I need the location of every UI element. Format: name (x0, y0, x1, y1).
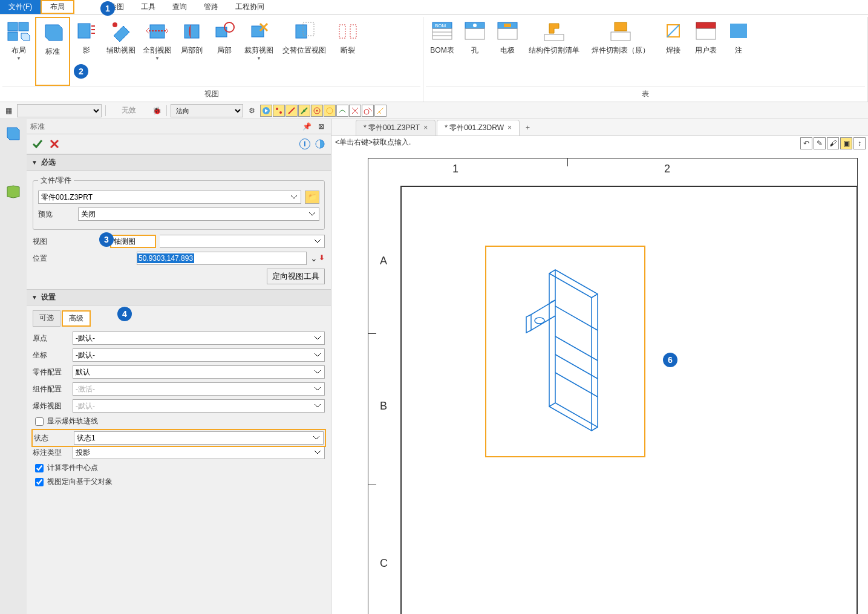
ribbon-bom[interactable]: BOM BOM表 (426, 17, 458, 86)
part-file-select[interactable]: 零件001.Z3PRT (38, 191, 301, 204)
svg-point-33 (279, 111, 282, 114)
ribbon-usertable[interactable]: 用户表 (690, 17, 722, 86)
snap-int-icon[interactable] (349, 105, 361, 117)
block-icon[interactable]: ▣ (840, 137, 852, 149)
gear-icon[interactable]: ⚙ (246, 105, 258, 117)
ribbon-layout[interactable]: 布局 ▼ (2, 17, 35, 86)
origin-select[interactable]: -默认- (73, 331, 325, 345)
expand-icon[interactable]: ⌄ (310, 253, 318, 263)
ribbon-electrode[interactable]: 电极 (491, 17, 524, 86)
ribbon-crop[interactable]: 裁剪视图 ▼ (241, 17, 277, 86)
state-select[interactable]: 状态1 (74, 431, 324, 445)
snap-quad-icon[interactable] (324, 105, 336, 117)
snap-point-icon[interactable] (273, 105, 285, 117)
view-input[interactable] (110, 235, 156, 248)
menu-layout[interactable]: 布局 (41, 0, 74, 14)
info-icon[interactable]: i (299, 139, 310, 149)
menu-piping[interactable]: 管路 (195, 0, 227, 14)
coord-select[interactable]: -默认- (73, 348, 325, 362)
ribbon-weldcut[interactable]: 焊件切割表（原） (584, 17, 657, 86)
bug-icon[interactable]: 🐞 (151, 105, 163, 117)
canvas-hint: <单击右键>获取点输入. (335, 137, 411, 148)
ok-icon[interactable] (30, 137, 45, 151)
part-config-select[interactable]: 默认 (73, 365, 325, 379)
menu-tools[interactable]: 工具 (132, 0, 164, 14)
orient-parent-checkbox[interactable] (35, 478, 44, 486)
panel-tab-book-icon[interactable] (2, 181, 24, 203)
invalid-label: 无效 (109, 105, 148, 116)
pencil-icon[interactable]: ✎ (814, 137, 826, 149)
browse-folder-button[interactable]: 📁 (305, 191, 319, 204)
preview-select[interactable]: 关闭 (78, 207, 319, 221)
pin-icon[interactable]: 📌 (301, 120, 313, 132)
section-required[interactable]: ▼ 必选 (27, 154, 331, 171)
ribbon-altpos[interactable]: 交替位置视图 (277, 17, 331, 86)
canvas-area[interactable]: <单击右键>获取点输入. ↶ ✎ 🖌 ▣ ↕ 1 2 A B C (331, 136, 868, 614)
svg-rect-30 (730, 24, 747, 38)
menu-collab[interactable]: 工程协同 (227, 0, 273, 14)
brush-icon[interactable]: 🖌 (827, 137, 839, 149)
filter-combo[interactable] (17, 104, 102, 117)
svg-rect-1 (19, 22, 28, 31)
snap-center-icon[interactable] (311, 105, 323, 117)
snap-perp-icon[interactable] (374, 105, 387, 117)
show-trace-checkbox[interactable] (35, 417, 44, 426)
ribbon-weldlist[interactable]: 结构件切割清单 (524, 17, 584, 86)
undo-view-icon[interactable]: ↶ (800, 137, 812, 149)
view-label: 视图 (33, 237, 69, 247)
ribbon-auxview[interactable]: 辅助视图 (103, 17, 139, 86)
svg-point-4 (113, 22, 117, 27)
view-select-ext[interactable] (160, 235, 325, 248)
ribbon-local[interactable]: 局部 (208, 17, 241, 86)
panel-tab-sheet-icon[interactable] (2, 123, 24, 145)
asm-config-select[interactable]: -激活- (73, 382, 325, 396)
filter-icon[interactable]: ▦ (2, 105, 15, 117)
menu-file[interactable]: 文件(F) (0, 0, 41, 14)
direction-combo[interactable]: 法向 (171, 104, 243, 117)
snap-tan-icon[interactable] (362, 105, 374, 117)
drawing-sheet: 1 2 A B C 6 (368, 158, 858, 614)
close-icon[interactable]: × (423, 123, 428, 132)
doc-tab-part[interactable]: * 零件001.Z3PRT × (356, 120, 436, 136)
doc-tab-drw[interactable]: * 零件001.Z3DRW × (437, 120, 520, 136)
download-icon[interactable]: ⬇ (319, 253, 325, 263)
snap-near-icon[interactable] (336, 105, 348, 117)
tab-advanced[interactable]: 高级 (62, 310, 91, 327)
ribbon-fullsection[interactable]: 全剖视图 ▼ (139, 17, 175, 86)
svg-line-34 (289, 108, 295, 114)
explode-select[interactable]: -默认- (73, 399, 325, 413)
position-input[interactable]: 50.9303,147.893 (137, 252, 307, 265)
tab-optional[interactable]: 可选 (33, 310, 60, 327)
snap-end-icon[interactable] (286, 105, 298, 117)
half-icon[interactable] (313, 137, 327, 151)
svg-rect-0 (8, 22, 18, 31)
ribbon: 布局 ▼ 标准 2 影 辅助视图 全剖视图 ▼ (0, 15, 868, 102)
ribbon-standard[interactable]: 标准 (35, 17, 70, 86)
svg-point-36 (303, 109, 305, 112)
section-settings[interactable]: ▼ 设置 (27, 289, 331, 305)
orient-tool-button[interactable]: 定向视图工具 (267, 269, 325, 284)
row-label-c: C (380, 557, 388, 570)
ribbon-localsection[interactable]: 局部剖 (175, 17, 208, 86)
right-side: * 零件001.Z3PRT × * 零件001.Z3DRW × + <单击右键>… (331, 119, 868, 614)
close-panel-icon[interactable]: ⊠ (315, 120, 327, 132)
ribbon-note[interactable]: 注 (722, 17, 755, 86)
menu-query[interactable]: 查询 (164, 0, 195, 14)
left-panel: 标准 📌 ⊠ i ▼ 必选 文件/零件 (0, 119, 331, 614)
ribbon-break[interactable]: 断裂 (331, 17, 364, 86)
snap-mid-icon[interactable] (298, 105, 310, 117)
ribbon-group-table-label: 表 (426, 86, 865, 102)
calc-center-checkbox[interactable] (35, 464, 44, 472)
axis-icon[interactable]: ↕ (853, 137, 866, 149)
cancel-icon[interactable] (47, 137, 62, 151)
close-icon[interactable]: × (507, 123, 512, 132)
badge-6: 6 (663, 353, 677, 367)
dim-type-select[interactable]: 投影 (73, 446, 325, 459)
ribbon-weld[interactable]: 焊接 (657, 17, 690, 86)
svg-rect-9 (252, 26, 264, 37)
svg-rect-26 (615, 22, 627, 31)
badge-3: 3 (99, 232, 114, 247)
ribbon-hole[interactable]: 孔 (458, 17, 491, 86)
add-tab-button[interactable]: + (521, 122, 535, 133)
snap-play-icon[interactable] (260, 105, 272, 117)
